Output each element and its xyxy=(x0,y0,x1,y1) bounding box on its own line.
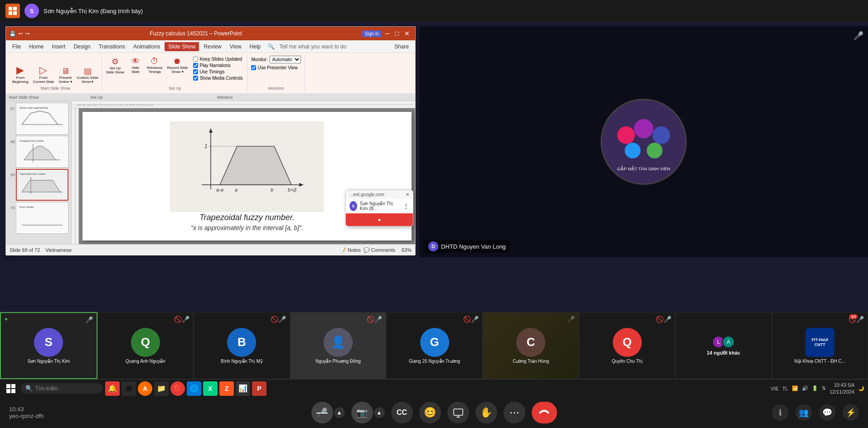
menu-transitions[interactable]: Transitions xyxy=(95,42,129,51)
menu-help[interactable]: Help xyxy=(246,42,265,51)
taskbar-app-alert[interactable]: 🔔 xyxy=(105,381,120,396)
taskbar-search[interactable]: 🔍 Tìm kiếm xyxy=(21,383,102,394)
taskbar-app-7[interactable]: Z xyxy=(219,381,234,396)
ribbon-rehearse[interactable]: ⏱ RehearseTimings xyxy=(145,56,165,76)
end-call-btn[interactable] xyxy=(532,402,557,423)
popup-user-item[interactable]: S Sơn Nguyễn Thị Kim (B... ⋮ xyxy=(346,199,413,213)
taskbar-app-6[interactable]: X xyxy=(203,381,218,396)
taskbar-ppt[interactable]: P xyxy=(252,381,267,396)
host-label: D DHTD Nguyen Van Long xyxy=(424,240,510,253)
taskbar-edge[interactable]: 🌐 xyxy=(187,381,201,396)
taskbar-app-8[interactable]: 📊 xyxy=(236,381,250,396)
menu-slideshow[interactable]: Slide Show xyxy=(165,42,199,51)
participant-son[interactable]: ● S Sơn Nguyễn Thị Kim 🎤 xyxy=(0,312,97,379)
tray-volume: 🔊 xyxy=(802,385,808,391)
menu-review[interactable]: Review xyxy=(200,42,225,51)
menu-share[interactable]: Share xyxy=(391,42,412,51)
popup-close[interactable]: ✕ xyxy=(406,192,409,197)
cb-keep-slides[interactable]: Keep Slides Updated xyxy=(193,57,242,62)
ribbon-custom-show[interactable]: ▤ Custom SlideShow ▾ xyxy=(75,65,100,85)
cb-use-timings[interactable]: Use Timings xyxy=(193,69,242,74)
chat-icon-btn[interactable]: 💬 xyxy=(819,404,835,421)
slide-68[interactable]: 68 Triangular fuzzy number xyxy=(7,136,70,168)
menu-file[interactable]: File xyxy=(9,42,24,51)
present-btn[interactable] xyxy=(447,402,469,423)
monitor-select-row[interactable]: Monitor: Automatic xyxy=(251,56,301,63)
restore-btn[interactable]: □ xyxy=(393,30,401,37)
participant-fit[interactable]: 🚫🎤 FIT-HaUICNTT Nội Khoa CNTT - ĐH C... … xyxy=(772,312,868,379)
people-icon-btn[interactable]: 👥 xyxy=(795,404,812,421)
info-icon-btn[interactable]: ℹ xyxy=(772,404,788,421)
participant-others[interactable]: L A 14 người khác xyxy=(675,312,772,379)
close-btn[interactable]: ✕ xyxy=(402,30,412,37)
svg-point-37 xyxy=(634,119,654,139)
participant-dong-avatar: 👤 xyxy=(324,328,353,357)
slide-69-active[interactable]: 69 Trapezoidal fuzzy number xyxy=(7,169,70,201)
ribbon-setup-show[interactable]: ⚙ Set UpSlide Show xyxy=(104,56,126,76)
ribbon-record[interactable]: ⏺ Record SlideShow ▾ xyxy=(165,56,190,76)
ribbon-hide-slide[interactable]: 👁 HideSlide xyxy=(127,56,144,76)
tray-input-lang[interactable]: VIE xyxy=(771,386,779,391)
raise-hand-btn[interactable]: ✋ xyxy=(475,402,497,423)
participant-giang-name: Giang 25 Nguyễn Trường xyxy=(409,359,460,364)
tray-wifi: 📶 xyxy=(792,385,798,391)
svg-text:GẶP MẶT TÂN SINH VIÊN: GẶP MẶT TÂN SINH VIÊN xyxy=(617,166,670,171)
menu-animations[interactable]: Animations xyxy=(130,42,164,51)
participant-cuong[interactable]: 🎤 C Cường Trần Hùng xyxy=(483,312,579,379)
minimize-btn[interactable]: ─ xyxy=(383,30,392,37)
taskbar-chrome[interactable]: 🔴 xyxy=(170,381,185,396)
participant-binh[interactable]: 🚫🎤 B Bình Nguyễn Thị Mỹ xyxy=(194,312,290,379)
ribbon-from-current[interactable]: ▷ FromCurrent Slide xyxy=(31,63,56,85)
menu-design[interactable]: Design xyxy=(70,42,94,51)
ribbon-from-beginning[interactable]: ▶ FromBeginning xyxy=(10,63,30,85)
monitor-dropdown[interactable]: Automatic xyxy=(270,56,301,63)
mic-toggle-btn[interactable]: 🎤 xyxy=(311,402,333,423)
meet-id: yeo-rpmz-dfh xyxy=(9,413,44,419)
slide-67[interactable]: 67 Some main approaches xyxy=(7,103,70,135)
mic-chevron-btn[interactable]: ▲ xyxy=(334,407,345,418)
slide-count: Slide 69 of 72 xyxy=(10,247,40,253)
cb-use-presenter[interactable]: Use Presenter View xyxy=(251,65,301,70)
menu-tell-me[interactable]: Tell me what you want to do xyxy=(276,42,350,51)
sign-in-btn[interactable]: Sign in xyxy=(362,30,382,37)
slide-70[interactable]: 70 Fuzzy number xyxy=(7,202,70,234)
notifications-icon[interactable]: 🌙 xyxy=(858,385,864,391)
reactions-btn[interactable]: 😊 xyxy=(419,402,441,423)
tray-input-mode[interactable]: TL xyxy=(782,386,788,391)
ppt-statusbar: Slide 69 of 72 Vietnamese 📝 Notes 💬 Comm… xyxy=(6,244,415,255)
taskbar-apps: 🔔 ⊞ A 📁 🔴 🌐 X Z 📊 P xyxy=(105,381,267,396)
taskbar-search-placeholder: Tìm kiếm xyxy=(35,385,58,392)
more-options-btn[interactable]: ⋯ xyxy=(504,402,525,423)
popup-action-btn[interactable]: ● xyxy=(346,213,413,226)
slide-panel[interactable]: 67 Some main approaches 68 xyxy=(6,101,72,244)
taskbar-explorer[interactable]: 📁 xyxy=(154,381,169,396)
participant-quyen[interactable]: 🚫🎤 Q Quyên Chu Thị xyxy=(579,312,675,379)
ribbon-present-online[interactable]: 🖥 PresentOnline ▾ xyxy=(57,66,74,85)
meet-info: 10:43 yeo-rpmz-dfh xyxy=(9,406,44,419)
windows-start-icon[interactable] xyxy=(5,4,20,18)
system-tray: VIE TL 📶 🔊 🔋 ⇅ 10:43 SA 12/11/2024 🌙 xyxy=(771,382,864,395)
svg-rect-42 xyxy=(6,384,10,388)
taskbar-start[interactable] xyxy=(4,381,18,396)
menu-view[interactable]: View xyxy=(226,42,245,51)
participants-row: ● S Sơn Nguyễn Thị Kim 🎤 🚫🎤 Q Quang Anh … xyxy=(0,312,868,379)
taskbar-app-2[interactable]: ⊞ xyxy=(121,381,136,396)
cb-play-narrations[interactable]: Play Narrations xyxy=(193,63,242,68)
participant-giang[interactable]: 🚫🎤 G Giang 25 Nguyễn Trường xyxy=(386,312,483,379)
menu-insert[interactable]: Insert xyxy=(48,42,69,51)
popup-more[interactable]: ⋮ xyxy=(403,202,409,210)
comments-btn[interactable]: 💬 Comments xyxy=(364,247,395,253)
participant-dong[interactable]: 🚫🎤 👤 Nguyễn Phương Đông xyxy=(290,312,387,379)
camera-toggle-btn[interactable]: 📷 xyxy=(351,402,373,423)
activities-icon-btn[interactable]: ⚡ xyxy=(843,404,859,421)
participant-dong-mute: 🚫🎤 xyxy=(367,315,382,323)
cb-show-media[interactable]: Show Media Controls xyxy=(193,76,242,81)
captions-btn[interactable]: CC xyxy=(391,402,413,423)
menu-home[interactable]: Home xyxy=(25,42,47,51)
taskbar-app-3[interactable]: A xyxy=(138,381,152,396)
participant-quang[interactable]: 🚫🎤 Q Quang Anh Nguyễn xyxy=(97,312,194,379)
camera-chevron-btn[interactable]: ▲ xyxy=(374,407,385,418)
svg-rect-46 xyxy=(454,409,463,415)
notes-btn[interactable]: 📝 Notes xyxy=(340,247,361,253)
windows-titlebar: S Sơn Nguyễn Thị Kim (Đang trình bày) xyxy=(0,0,868,22)
